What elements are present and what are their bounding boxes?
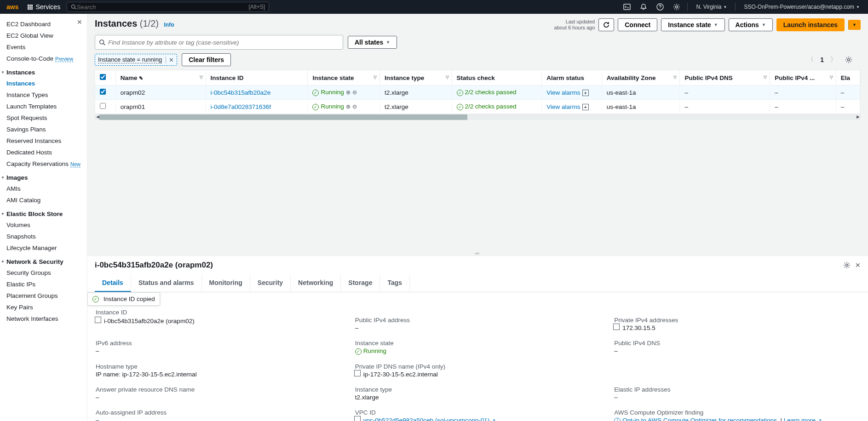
row-checkbox[interactable] (100, 103, 106, 109)
tab-details[interactable]: Details (95, 274, 131, 292)
sidebar-item-snapshots[interactable]: Snapshots (6, 231, 87, 242)
prev-page-icon[interactable]: 〈 (805, 54, 816, 66)
edit-icon[interactable]: ✎ (139, 75, 143, 81)
tab-status-alarms[interactable]: Status and alarms (131, 274, 202, 292)
filter-input[interactable] (108, 39, 339, 46)
add-alarm-icon[interactable]: + (582, 104, 589, 110)
cloudshell-icon[interactable] (620, 0, 634, 14)
sidebar-item-savings-plans[interactable]: Savings Plans (6, 124, 87, 135)
help-icon[interactable] (653, 0, 667, 14)
region-selector[interactable]: N. Virginia▼ (691, 4, 731, 10)
sidebar-group-instances[interactable]: Instances (6, 64, 87, 78)
remove-chip-icon[interactable]: ✕ (166, 57, 174, 63)
sidebar-item-volumes[interactable]: Volumes (6, 219, 87, 231)
sidebar-item-key-pairs[interactable]: Key Pairs (6, 302, 87, 313)
sidebar-item-events[interactable]: Events (6, 41, 87, 53)
actions-button[interactable]: Actions▼ (729, 18, 773, 31)
sort-icon[interactable]: ▽ (673, 75, 677, 80)
col-name[interactable]: Name ✎▽ (115, 70, 206, 85)
launch-instances-button[interactable]: Launch instances (776, 18, 845, 31)
sidebar-item-instance-types[interactable]: Instance Types (6, 89, 87, 101)
col-status[interactable]: Status check (452, 70, 542, 85)
copy-icon[interactable] (355, 371, 361, 376)
col-elastic[interactable]: Ela (836, 70, 860, 85)
vpc-link[interactable]: vpc-0b522d5e982a50ceb (sol-vpcvmconn-01)… (363, 417, 496, 421)
tab-tags[interactable]: Tags (380, 274, 410, 292)
col-az[interactable]: Availability Zone▽ (602, 70, 680, 85)
tab-storage[interactable]: Storage (341, 274, 380, 292)
next-page-icon[interactable]: 〉 (828, 54, 839, 66)
account-menu[interactable]: SSO-OnPrem-Poweruser/acao@netapp.com▼ (739, 4, 864, 10)
launch-instances-dropdown[interactable]: ▼ (848, 20, 861, 30)
col-state[interactable]: Instance state▽ (308, 70, 380, 85)
sidebar-item-console-to-code[interactable]: Console-to-CodePreview (6, 53, 87, 64)
zoom-out-icon[interactable]: ⊖ (352, 89, 357, 96)
aws-logo[interactable]: aws (4, 3, 21, 11)
all-states-filter[interactable]: All states▼ (348, 36, 397, 49)
zoom-in-icon[interactable]: ⊕ (346, 89, 351, 96)
sidebar-item-capacity-reservations[interactable]: Capacity ReservationsNew (6, 158, 87, 170)
col-instance-id[interactable]: Instance ID (206, 70, 308, 85)
settings-icon[interactable] (670, 0, 684, 14)
sort-icon[interactable]: ▽ (200, 75, 203, 80)
zoom-out-icon[interactable]: ⊖ (352, 103, 357, 110)
refresh-button[interactable] (598, 18, 614, 31)
global-search-input[interactable] (76, 4, 248, 11)
sort-icon[interactable]: ▽ (764, 75, 767, 80)
services-menu[interactable]: Services (24, 1, 64, 12)
sidebar-item-launch-templates[interactable]: Launch Templates (6, 101, 87, 112)
sidebar-item-placement-groups[interactable]: Placement Groups (6, 290, 87, 302)
global-search[interactable]: [Alt+S] (67, 2, 269, 12)
sidebar-item-lifecycle-manager[interactable]: Lifecycle Manager (6, 242, 87, 254)
sidebar-item-amis[interactable]: AMIs (6, 183, 87, 194)
instance-state-button[interactable]: Instance state▼ (661, 18, 724, 31)
cell-instance-id[interactable]: i-0bc54b315afb20a2e (211, 89, 271, 96)
sidebar-item-spot-requests[interactable]: Spot Requests (6, 112, 87, 124)
col-type[interactable]: Instance type▽ (380, 70, 452, 85)
learn-more-link[interactable]: Learn more↗ (784, 417, 822, 421)
tab-security[interactable]: Security (250, 274, 291, 292)
table-row[interactable]: orapm02 i-0bc54b315afb20a2e ✓Running⊕⊖ t… (95, 85, 860, 100)
sidebar-item-elastic-ips[interactable]: Elastic IPs (6, 279, 87, 290)
sidebar-item-dashboard[interactable]: EC2 Dashboard (6, 18, 87, 30)
horizontal-scrollbar[interactable]: ◀▶ (95, 114, 861, 120)
sidebar-item-instances[interactable]: Instances (6, 78, 87, 89)
notifications-icon[interactable] (637, 0, 650, 14)
table-row[interactable]: orapm01 i-0d8e7a0028371636f ✓Running⊕⊖ t… (95, 100, 860, 114)
filter-chip[interactable]: Instance state = running ✕ (95, 54, 177, 66)
sidebar-group-images[interactable]: Images (6, 170, 87, 183)
filter-input-wrapper[interactable] (95, 35, 343, 50)
sidebar-item-dedicated-hosts[interactable]: Dedicated Hosts (6, 147, 87, 158)
connect-button[interactable]: Connect (618, 18, 657, 31)
sidebar-item-global-view[interactable]: EC2 Global View (6, 30, 87, 41)
copy-icon[interactable] (96, 318, 101, 323)
clear-filters-button[interactable]: Clear filters (182, 53, 231, 66)
add-alarm-icon[interactable]: + (582, 90, 589, 96)
close-panel-icon[interactable]: ✕ (855, 262, 861, 269)
tab-monitoring[interactable]: Monitoring (202, 274, 250, 292)
sort-icon[interactable]: ▽ (374, 75, 377, 80)
info-link[interactable]: Info (164, 22, 174, 28)
tab-networking[interactable]: Networking (291, 274, 341, 292)
cell-instance-id[interactable]: i-0d8e7a0028371636f (211, 103, 271, 110)
col-public-ip[interactable]: Public IPv4 ...▽ (770, 70, 836, 85)
panel-settings-icon[interactable] (843, 262, 851, 269)
split-handle-icon[interactable]: ═ (87, 251, 868, 256)
sort-icon[interactable]: ▽ (830, 75, 833, 80)
sidebar-item-ami-catalog[interactable]: AMI Catalog (6, 194, 87, 206)
sidebar-group-ebs[interactable]: Elastic Block Store (6, 206, 87, 219)
zoom-in-icon[interactable]: ⊕ (346, 103, 351, 110)
col-alarm[interactable]: Alarm status (542, 70, 602, 85)
copy-icon[interactable] (614, 324, 620, 330)
sidebar-group-network-security[interactable]: Network & Security (6, 254, 87, 267)
select-all-checkbox[interactable] (95, 70, 115, 85)
table-settings-icon[interactable] (843, 54, 854, 65)
col-public-dns[interactable]: Public IPv4 DNS▽ (680, 70, 770, 85)
close-icon[interactable]: ✕ (77, 18, 82, 26)
sort-icon[interactable]: ▽ (446, 75, 449, 80)
row-checkbox[interactable] (100, 89, 106, 95)
sidebar-item-security-groups[interactable]: Security Groups (6, 267, 87, 279)
sidebar-item-reserved-instances[interactable]: Reserved Instances (6, 135, 87, 147)
sidebar-item-network-interfaces[interactable]: Network Interfaces (6, 313, 87, 324)
optin-link[interactable]: Opt-in to AWS Compute Optimizer for reco… (622, 417, 778, 421)
